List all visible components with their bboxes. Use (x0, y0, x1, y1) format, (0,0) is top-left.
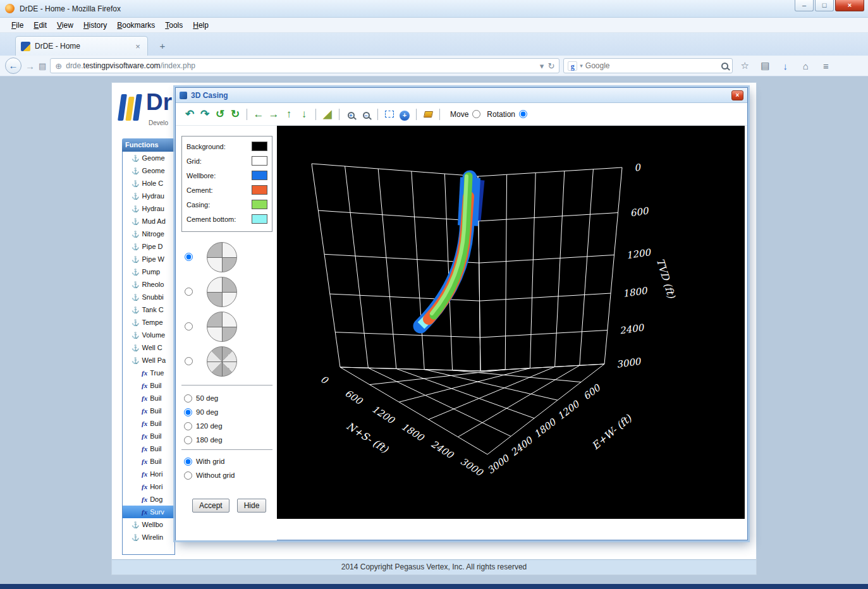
zoom-in-icon[interactable]: + (343, 107, 358, 122)
orbit-down-icon[interactable]: ↻ (228, 107, 243, 122)
sidebar-item-tank-c[interactable]: ⚓Tank C (123, 303, 174, 316)
url-bar[interactable]: ⊕ drde.testingpvisoftware.com/index.php … (50, 58, 559, 73)
rotation-circle-icon[interactable] (207, 312, 237, 342)
rotation-circle-icon[interactable] (207, 346, 237, 377)
ramp-icon[interactable]: ◢ (320, 107, 335, 122)
sidebar-item-hori[interactable]: fxHori (123, 480, 174, 493)
pan-right-icon[interactable]: → (266, 107, 281, 122)
sidebar-item-snubbi[interactable]: ⚓Snubbi (123, 291, 174, 303)
star-icon[interactable]: ☆ (737, 60, 753, 71)
orbit-up-icon[interactable]: ↺ (212, 107, 228, 122)
rotation-mode-radio[interactable] (519, 110, 527, 118)
paint-bucket-icon[interactable] (420, 107, 436, 122)
menu-edit[interactable]: Edit (28, 20, 52, 31)
rotation-circle-option-3[interactable] (176, 344, 277, 379)
minimize-icon[interactable]: – (795, 0, 814, 11)
grid-radio[interactable] (184, 471, 192, 480)
rotation-circle-radio[interactable] (185, 288, 193, 296)
sidebar-item-pump[interactable]: ⚓Pump (123, 265, 174, 278)
cement-bottom-color-swatch[interactable] (252, 214, 267, 224)
cement-color-swatch[interactable] (252, 185, 267, 195)
grid-option-without-grid[interactable]: Without grid (181, 468, 274, 482)
background-color-swatch[interactable] (252, 142, 267, 151)
sidebar-item-surv[interactable]: fxSurv (123, 506, 174, 518)
menu-history[interactable]: History (78, 20, 112, 31)
pan-down-icon[interactable]: ↓ (296, 107, 312, 122)
tab-drde-home[interactable]: DrDE - Home × (15, 36, 148, 56)
downloads-icon[interactable]: ↓ (777, 61, 793, 71)
sidebar-item-buil[interactable]: fxBuil (123, 455, 174, 468)
sidebar-item-buil[interactable]: fxBuil (123, 379, 174, 392)
hide-button[interactable]: Hide (237, 499, 267, 513)
sidebar-item-dog[interactable]: fxDog (123, 493, 174, 506)
rotate-right-icon[interactable]: ↷ (197, 107, 212, 122)
sidebar-item-geome[interactable]: ⚓Geome (123, 164, 174, 177)
angle-radio[interactable] (184, 436, 192, 444)
sidebar-item-rheolo[interactable]: ⚓Rheolo (123, 278, 174, 291)
dialog-close-icon[interactable]: × (731, 90, 743, 100)
maximize-icon[interactable]: □ (815, 0, 834, 11)
sidebar-item-geome[interactable]: ⚓Geome (123, 152, 174, 164)
sidebar-item-well-pa[interactable]: ⚓Well Pa (123, 354, 174, 367)
sidebar-item-hydrau[interactable]: ⚓Hydrau (123, 202, 174, 215)
sidebar-item-volume[interactable]: ⚓Volume (123, 329, 174, 341)
sidebar-item-hori[interactable]: fxHori (123, 468, 174, 480)
rotation-circle-option-0[interactable] (176, 240, 277, 274)
home-icon[interactable]: ⌂ (797, 61, 814, 71)
forward-icon[interactable]: → (25, 61, 35, 71)
search-bar[interactable]: g ▾ (563, 58, 733, 73)
angle-radio[interactable] (184, 422, 192, 430)
back-icon[interactable]: ← (5, 58, 21, 74)
angle-option-120-deg[interactable]: 120 deg (181, 419, 274, 433)
menu-file[interactable]: File (6, 20, 28, 31)
angle-option-180-deg[interactable]: 180 deg (181, 433, 274, 447)
search-dropdown-icon[interactable]: ▾ (580, 63, 583, 69)
sidebar-item-buil[interactable]: fxBuil (123, 442, 174, 455)
wellbore-3d-plot[interactable]: 0600120018002400300006001200180024003000… (277, 126, 745, 519)
sidebar-item-true[interactable]: fxTrue (123, 367, 174, 379)
casing-color-swatch[interactable] (252, 200, 267, 209)
angle-option-50-deg[interactable]: 50 deg (181, 391, 274, 405)
tab-close-icon[interactable]: × (133, 42, 142, 51)
rotate-left-icon[interactable]: ↶ (182, 107, 197, 122)
rotation-circle-option-2[interactable] (176, 309, 277, 344)
move-mode-option[interactable]: Move (450, 110, 480, 119)
rotation-circle-icon[interactable] (207, 242, 237, 272)
grid-color-swatch[interactable] (252, 156, 267, 166)
menu-icon[interactable]: ≡ (817, 61, 834, 71)
pages-icon[interactable]: ▤ (39, 61, 46, 71)
menu-bookmarks[interactable]: Bookmarks (112, 20, 160, 31)
rotation-circle-radio[interactable] (185, 322, 193, 331)
sidebar-item-tempe[interactable]: ⚓Tempe (123, 316, 174, 329)
sidebar-item-hydrau[interactable]: ⚓Hydrau (123, 190, 174, 202)
menu-help[interactable]: Help (188, 20, 214, 31)
sidebar-item-hole-c[interactable]: ⚓Hole C (123, 177, 174, 190)
pan-left-icon[interactable]: ← (251, 107, 266, 122)
sidebar-item-buil[interactable]: fxBuil (123, 430, 174, 442)
sidebar-item-buil[interactable]: fxBuil (123, 417, 174, 430)
sidebar-item-pipe-w[interactable]: ⚓Pipe W (123, 253, 174, 265)
angle-radio[interactable] (184, 394, 192, 403)
sidebar-item-wirelin[interactable]: ⚓Wirelin (123, 531, 174, 543)
new-tab-icon[interactable]: + (154, 39, 171, 52)
url-text[interactable]: drde.testingpvisoftware.com/index.php (66, 61, 536, 70)
wellbore-color-swatch[interactable] (252, 171, 267, 180)
dialog-titlebar[interactable]: 3D Casing × (176, 88, 747, 103)
search-magnifier-icon[interactable] (721, 63, 728, 70)
sidebar-item-pipe-d[interactable]: ⚓Pipe D (123, 240, 174, 253)
menu-view[interactable]: View (52, 20, 78, 31)
pan-mode-icon[interactable]: + (397, 107, 412, 122)
pan-up-icon[interactable]: ↑ (281, 107, 296, 122)
rotation-circle-radio[interactable] (185, 357, 193, 365)
rotation-circle-icon[interactable] (207, 277, 237, 307)
close-icon[interactable]: × (835, 0, 864, 11)
sidebar-item-wellbo[interactable]: ⚓Wellbo (123, 518, 174, 531)
menu-tools[interactable]: Tools (160, 20, 188, 31)
rotation-circle-option-1[interactable] (176, 274, 277, 309)
sidebar-item-mud-ad[interactable]: ⚓Mud Ad (123, 215, 174, 228)
sidebar-item-buil[interactable]: fxBuil (123, 392, 174, 404)
zoom-window-icon[interactable] (382, 107, 397, 122)
angle-radio[interactable] (184, 408, 192, 416)
search-input[interactable] (585, 61, 719, 70)
bookmarks-panel-icon[interactable]: ▤ (757, 60, 773, 71)
